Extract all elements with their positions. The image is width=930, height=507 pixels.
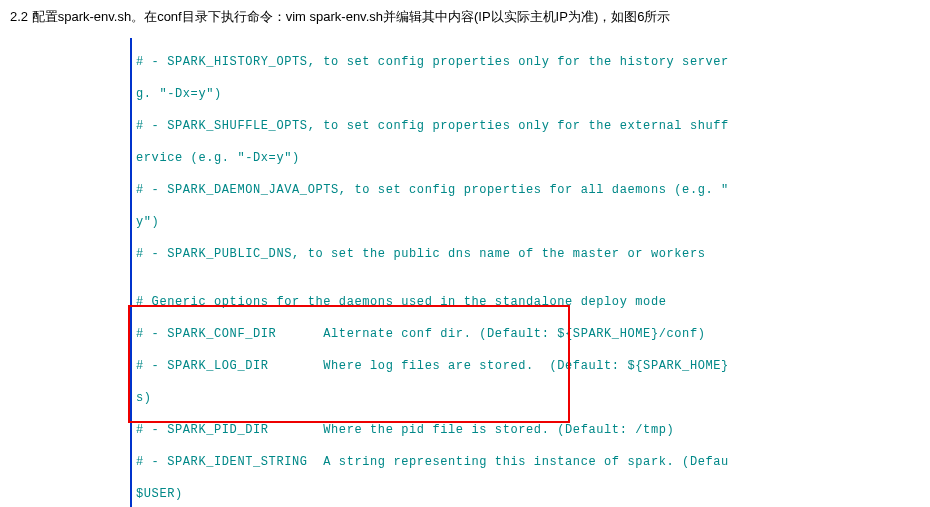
comment-line: # - SPARK_PID_DIR Where the pid file is … <box>132 422 800 438</box>
instruction-text: 2.2 配置spark-env.sh。在conf目录下执行命令：vim spar… <box>0 8 930 38</box>
comment-line: # - SPARK_SHUFFLE_OPTS, to set config pr… <box>132 118 800 134</box>
comment-line: # - SPARK_HISTORY_OPTS, to set config pr… <box>132 54 800 70</box>
comment-line: # - SPARK_CONF_DIR Alternate conf dir. (… <box>132 326 800 342</box>
comment-line: # - SPARK_DAEMON_JAVA_OPTS, to set confi… <box>132 182 800 198</box>
comment-line: # - SPARK_PUBLIC_DNS, to set the public … <box>132 246 800 262</box>
comment-line: # - SPARK_LOG_DIR Where log files are st… <box>132 358 800 374</box>
comment-line: ervice (e.g. "-Dx=y") <box>132 150 800 166</box>
comment-line: # Generic options for the daemons used i… <box>132 294 800 310</box>
comment-line: $USER) <box>132 486 800 502</box>
comment-line: y") <box>132 214 800 230</box>
comment-line: # - SPARK_IDENT_STRING A string represen… <box>132 454 800 470</box>
comment-line: g. "-Dx=y") <box>132 86 800 102</box>
code-container: # - SPARK_HISTORY_OPTS, to set config pr… <box>130 38 800 507</box>
comment-line: s) <box>132 390 800 406</box>
terminal-code-block: # - SPARK_HISTORY_OPTS, to set config pr… <box>130 38 800 507</box>
